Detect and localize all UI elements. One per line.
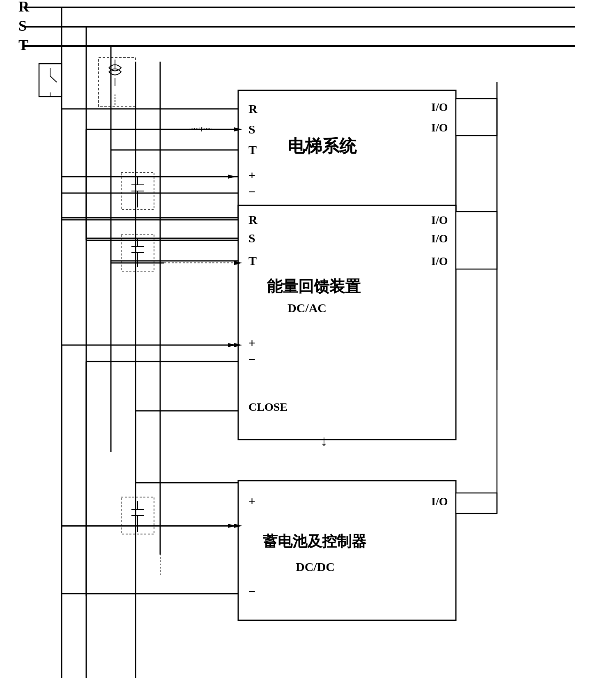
down-arrow: ↓ [320,433,328,449]
elev-s-terminal: S [248,122,255,136]
bat-minus-terminal: − [248,585,255,598]
elev-io1: I/O [431,101,448,113]
svg-rect-49 [456,212,497,269]
ef-t-terminal: T [248,254,257,267]
diagram-container: R S T [0,0,614,700]
ef-r-terminal: R [248,213,258,226]
dc-dc-label: DC/DC [296,560,335,573]
bat-plus-terminal: + [248,494,255,508]
svg-rect-55 [238,481,456,620]
svg-rect-57 [456,493,497,513]
elev-minus-terminal: − [248,185,255,198]
ef-io1: I/O [431,214,448,226]
elev-t-terminal: T [248,143,257,157]
ef-minus-terminal: − [248,352,255,366]
ef-io2: I/O [431,232,448,245]
dc-ac-label: DC/AC [287,301,327,315]
ef-s-terminal: S [248,231,255,245]
svg-rect-33 [456,99,497,136]
energy-feedback-label: 能量回馈装置 [267,278,361,295]
ef-io3: I/O [431,255,448,267]
ef-plus-terminal: + [248,336,255,350]
battery-label: 蓄电池及控制器 [263,533,367,550]
elev-r-terminal: R [248,102,258,115]
ef-close-terminal: CLOSE [248,401,287,413]
elev-io2: I/O [431,121,448,134]
bat-io1: I/O [431,495,448,508]
elev-plus-terminal: + [248,168,255,182]
elevator-system-label: 电梯系统 [287,136,357,156]
